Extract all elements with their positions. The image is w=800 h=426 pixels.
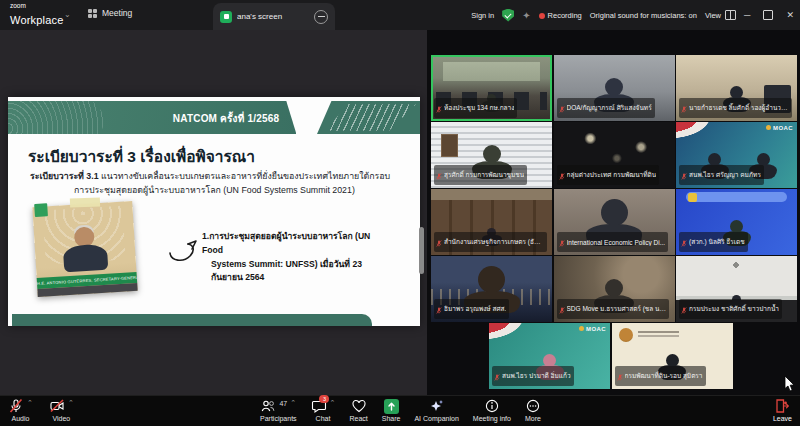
chevron-down-icon[interactable]: ⌄ bbox=[64, 10, 71, 19]
view-grid-icon bbox=[725, 10, 736, 20]
meeting-info-button[interactable]: Meeting info bbox=[473, 398, 511, 422]
security-shield-icon[interactable] bbox=[502, 9, 514, 22]
participant-tile[interactable]: สุรศักดิ์ กรมการพัฒนาชุมชน bbox=[431, 122, 552, 188]
participant-tile[interactable]: DOA/กัญญาภรณ์ ศิริแสงจันทร์ bbox=[554, 55, 675, 121]
participant-tile[interactable]: International Economic Policy Di... bbox=[554, 189, 675, 255]
muted-mic-icon bbox=[436, 233, 442, 251]
participants-count: 47 bbox=[279, 400, 287, 407]
participant-tile[interactable]: กรมพัฒนาที่ดิน-รอบ สุมิตรา bbox=[612, 323, 733, 389]
maximize-button[interactable] bbox=[763, 10, 773, 20]
muted-mic-icon bbox=[559, 166, 565, 184]
zoom-workplace-logo: zoom Workplace bbox=[10, 3, 64, 27]
tab-meeting[interactable]: Meeting bbox=[88, 8, 132, 18]
shared-screen-pane: NATCOM ครั้งที่ 1/2568 ระเบียบวาระที่ 3 … bbox=[0, 30, 427, 395]
participant-tile[interactable]: กรมประมง ชาติศักดิ์ ขาวปากน้ำ bbox=[676, 256, 797, 322]
participant-tile[interactable]: ธิมาพร อรุณพงษ์ สศส. bbox=[431, 256, 552, 322]
audio-button[interactable]: ⌃ Audio bbox=[8, 398, 33, 422]
participants-caret[interactable]: ⌃ bbox=[290, 399, 296, 407]
video-button[interactable]: ⌃ Video bbox=[49, 398, 74, 422]
minimize-button[interactable]: ─ bbox=[744, 10, 750, 20]
close-button[interactable]: ✕ bbox=[786, 10, 794, 20]
participant-name-label: สำนักงานเศรษฐกิจการเกษตร (ธัญญ... bbox=[434, 232, 547, 252]
recording-indicator: Recording bbox=[539, 11, 582, 20]
participant-name-label: สนพ.ไธร ปรมาตี อิ่มแก้ว bbox=[492, 366, 574, 386]
muted-mic-icon bbox=[681, 99, 687, 117]
collapse-tab-icon[interactable] bbox=[314, 10, 328, 24]
participant-name-label: ห้องประชุม 134 กษ.กลาง bbox=[434, 98, 517, 118]
slide-banner: NATCOM ครั้งที่ 1/2568 bbox=[8, 101, 420, 134]
heart-icon bbox=[351, 398, 367, 414]
share-scrollbar[interactable] bbox=[419, 227, 424, 274]
muted-mic-icon bbox=[559, 300, 565, 318]
participant-tile[interactable]: ห้องประชุม 134 กษ.กลาง bbox=[431, 55, 552, 121]
leave-door-icon bbox=[774, 398, 790, 414]
participant-name-label: สุรศักดิ์ กรมการพัฒนาชุมชน bbox=[434, 165, 527, 185]
participant-name-label: ธิมาพร อรุณพงษ์ สศส. bbox=[434, 299, 509, 319]
participants-icon bbox=[260, 398, 276, 414]
participant-name-label: DOA/กัญญาภรณ์ ศิริแสงจันทร์ bbox=[557, 98, 655, 118]
participants-button[interactable]: 47 ⌃ Participants bbox=[260, 398, 297, 422]
participant-tile[interactable]: นายกำธรเดช ลิ้มศักดิ์ รองผู้อำนวยการส... bbox=[676, 55, 797, 121]
sign-in-link[interactable]: Sign in bbox=[471, 11, 494, 20]
participant-name-label: (สวก.) นิลศิริ ธีรเดช bbox=[679, 232, 748, 252]
participant-tile[interactable]: (สวก.) นิลศิริ ธีรเดช bbox=[676, 189, 797, 255]
hand-drawn-arrow bbox=[166, 237, 202, 265]
muted-mic-icon bbox=[617, 367, 623, 385]
tape-decoration bbox=[70, 197, 100, 207]
muted-mic-icon bbox=[681, 300, 687, 318]
participant-name-label: กลุ่มต่างประเทศ กรมพัฒนาที่ดิน bbox=[557, 165, 660, 185]
banner-stripe-decoration bbox=[317, 101, 420, 134]
screen-share-icon bbox=[220, 11, 232, 23]
participant-tile[interactable]: MOACสนพ.ไธร ปรมาตี อิ่มแก้ว bbox=[489, 323, 610, 389]
participant-name-label: นายกำธรเดช ลิ้มศักดิ์ รองผู้อำนวยการส... bbox=[679, 98, 792, 118]
video-options-caret[interactable]: ⌃ bbox=[68, 399, 74, 407]
participant-tile[interactable]: กลุ่มต่างประเทศ กรมพัฒนาที่ดิน bbox=[554, 122, 675, 188]
info-icon bbox=[484, 398, 500, 414]
share-button[interactable]: Share bbox=[382, 398, 401, 422]
participant-video-grid: ห้องประชุม 134 กษ.กลางDOA/กัญญาภรณ์ ศิริ… bbox=[427, 30, 800, 395]
camera-off-icon bbox=[49, 398, 65, 414]
moac-logo: MOAC bbox=[579, 326, 606, 332]
slide-title: ระเบียบวาระที่ 3 เรื่องเพื่อพิจารณา bbox=[28, 144, 255, 169]
muted-mic-icon bbox=[436, 99, 442, 117]
mouse-cursor bbox=[784, 376, 796, 392]
muted-mic-icon bbox=[494, 367, 500, 385]
ai-companion-icon bbox=[429, 398, 445, 414]
chat-button[interactable]: 3 ⌃ Chat bbox=[311, 398, 336, 422]
participant-name-label: กรมประมง ชาติศักดิ์ ขาวปากน้ำ bbox=[679, 299, 782, 319]
muted-mic-icon bbox=[559, 233, 565, 251]
react-button[interactable]: React bbox=[349, 398, 367, 422]
chat-caret[interactable]: ⌃ bbox=[330, 399, 336, 407]
participant-name-label: กรมพัฒนาที่ดิน-รอบ สุมิตรา bbox=[615, 366, 706, 386]
ai-sparkle-icon[interactable]: ✦ bbox=[522, 10, 530, 21]
leave-button[interactable]: Leave bbox=[773, 398, 792, 422]
slide-body-text: ระเบียบวาระที่ 3.1 แนวทางขับเคลื่อนระบบเ… bbox=[30, 170, 390, 197]
muted-mic-icon bbox=[681, 166, 687, 184]
participant-name-label: สนพ.ไธร ศรัญญา คมภัทร bbox=[679, 165, 764, 185]
view-button[interactable]: View bbox=[705, 10, 736, 20]
presentation-slide: NATCOM ครั้งที่ 1/2568 ระเบียบวาระที่ 3 … bbox=[8, 97, 420, 326]
participant-tile[interactable]: SDG Move ม.ธรรมศาสตร์ (ชล นพ... bbox=[554, 256, 675, 322]
un-logo-badge bbox=[34, 203, 48, 217]
more-button[interactable]: More bbox=[525, 398, 541, 422]
participant-name-label: SDG Move ม.ธรรมศาสตร์ (ชล นพ... bbox=[557, 299, 670, 319]
original-sound-toggle[interactable]: Original sound for musicians: on bbox=[590, 11, 697, 20]
ai-companion-button[interactable]: AI Companion bbox=[414, 398, 458, 422]
chat-unread-badge: 3 bbox=[319, 395, 329, 403]
audio-options-caret[interactable]: ⌃ bbox=[27, 399, 33, 407]
slide-footer-bar bbox=[12, 314, 372, 326]
muted-mic-icon bbox=[559, 99, 565, 117]
moac-logo: MOAC bbox=[766, 125, 793, 131]
un-secretary-general-photo: H.E. ANTONIO GUTERRES, SECRETARY-GENERAL… bbox=[32, 201, 137, 297]
muted-mic-icon bbox=[681, 233, 687, 251]
participant-name-label: International Economic Policy Di... bbox=[557, 232, 669, 252]
slide-annotation: 1.การประชุมสุดยอดผู้นำระบบอาหารโลก (UN F… bbox=[202, 230, 388, 285]
record-dot-icon bbox=[539, 13, 545, 19]
participant-tile[interactable]: สำนักงานเศรษฐกิจการเกษตร (ธัญญ... bbox=[431, 189, 552, 255]
participant-tile[interactable]: MOACสนพ.ไธร ศรัญญา คมภัทร bbox=[676, 122, 797, 188]
mic-muted-icon bbox=[8, 398, 24, 414]
tab-shared-screen[interactable]: ana's screen bbox=[213, 3, 335, 30]
share-screen-icon bbox=[384, 399, 399, 414]
muted-mic-icon bbox=[436, 166, 442, 184]
slide-banner-title: NATCOM ครั้งที่ 1/2568 bbox=[173, 110, 279, 125]
